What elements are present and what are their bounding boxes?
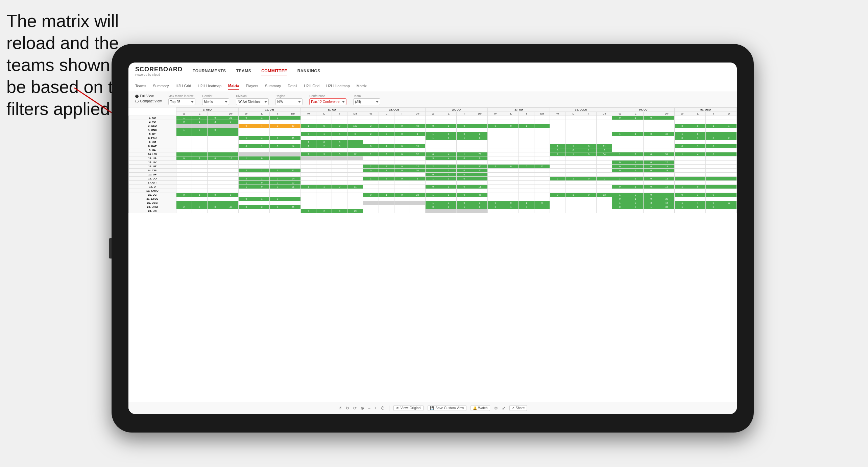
full-view-radio[interactable]: [135, 95, 139, 98]
sub-l-9: L: [690, 112, 705, 116]
conference-select[interactable]: Pac-12 Conference (All) SEC ACC Big Ten: [309, 98, 346, 105]
watch-label: Watch: [478, 406, 488, 410]
matrix-cell: 0: [456, 185, 472, 189]
matrix-cell: [612, 140, 628, 144]
gender-select[interactable]: Men's Women's: [202, 98, 229, 105]
refresh-icon[interactable]: ⟳: [353, 406, 357, 411]
matrix-cell: [690, 156, 705, 161]
matrix-cell: [270, 201, 285, 205]
matrix-cell: [207, 177, 223, 181]
matrix-cell: [550, 124, 565, 128]
matrix-cell: [254, 120, 270, 124]
matrix-cell: 2: [316, 144, 332, 148]
matrix-cell: [597, 205, 612, 209]
region-select[interactable]: N/A East West South Midwest: [275, 98, 303, 105]
matrix-cell: [581, 116, 597, 120]
matrix-cell: [270, 152, 285, 156]
share-btn[interactable]: ↗ Share: [509, 405, 527, 411]
matrix-cell: [487, 193, 503, 197]
compact-view-option[interactable]: Compact View: [135, 99, 162, 103]
matrix-cell: [674, 165, 690, 169]
sub-nav-matrix[interactable]: Matrix: [228, 82, 239, 90]
plus-icon[interactable]: +: [375, 406, 377, 411]
matrix-cell: 2: [628, 152, 643, 156]
sub-nav-summary[interactable]: Summary: [153, 82, 169, 89]
matrix-cell: [534, 156, 550, 161]
matrix-cell: 0: [643, 169, 659, 173]
matrix-cell: 2: [487, 165, 503, 169]
matrix-cell: [503, 173, 519, 177]
sub-nav-h2h-grid[interactable]: H2H Grid: [175, 82, 191, 89]
matrix-cell: [394, 116, 410, 120]
matrix-cell: 1: [612, 193, 628, 197]
nav-tournaments[interactable]: TOURNAMENTS: [193, 67, 226, 75]
row-label: 2. VU: [129, 120, 176, 124]
matrix-cell: 26: [472, 169, 487, 173]
sub-nav-summary2[interactable]: Summary: [265, 82, 281, 89]
sub-nav-teams[interactable]: Teams: [135, 82, 146, 89]
nav-committee[interactable]: COMMITTEE: [261, 67, 287, 75]
matrix-cell: [379, 136, 394, 140]
matrix-cell: [254, 140, 270, 144]
matrix-cell: [659, 124, 674, 128]
matrix-cell: [705, 197, 721, 201]
row-label: 12. UV: [129, 161, 176, 165]
matrix-cell: [690, 169, 705, 173]
matrix-cell: 1: [441, 136, 456, 140]
matrix-cell: [721, 161, 737, 165]
save-custom-btn[interactable]: 💾 Save Custom View: [428, 405, 466, 411]
matrix-area[interactable]: 3. ASU 10. UW 11. UA 22. UCB 24. UO 27. …: [128, 107, 737, 402]
timer-icon[interactable]: ⏱: [381, 406, 385, 411]
matrix-cell: [721, 148, 737, 152]
matrix-cell: [721, 128, 737, 132]
matrix-cell: [519, 152, 534, 156]
settings-icon[interactable]: ⚙: [494, 406, 498, 411]
expand-icon[interactable]: ⤢: [502, 406, 505, 411]
matrix-cell: [597, 169, 612, 173]
team-select[interactable]: (All): [353, 98, 380, 105]
matrix-cell: 36: [472, 165, 487, 169]
nav-rankings[interactable]: RANKINGS: [297, 67, 320, 75]
view-original-btn[interactable]: 👁 View: Original: [393, 405, 424, 411]
division-select[interactable]: NCAA Division I NCAA Division II NCAA Di…: [236, 98, 269, 105]
undo-icon[interactable]: ↺: [338, 406, 342, 411]
matrix-cell: [519, 140, 534, 144]
matrix-cell: [581, 201, 597, 205]
matrix-cell: [472, 140, 487, 144]
sub-d-6: Dif: [534, 112, 550, 116]
watch-btn[interactable]: 🔔 Watch: [471, 405, 490, 411]
matrix-cell: 38: [659, 197, 674, 201]
sub-nav-detail[interactable]: Detail: [288, 82, 297, 89]
nav-teams[interactable]: TEAMS: [236, 67, 251, 75]
matrix-cell: [301, 165, 316, 169]
matrix-cell: [347, 197, 363, 201]
sub-nav-matrix2[interactable]: Matrix: [357, 82, 367, 89]
matrix-cell: [270, 148, 285, 152]
matrix-cell: [550, 181, 565, 185]
matrix-cell: 0: [472, 136, 487, 140]
redo-icon[interactable]: ↻: [346, 406, 349, 411]
matrix-cell: [565, 132, 581, 136]
matrix-cell: [519, 193, 534, 197]
sub-nav-h2h-heatmap[interactable]: H2H Heatmap: [198, 82, 221, 89]
matrix-cell: [472, 124, 487, 128]
sub-nav-h2h-heatmap2[interactable]: H2H Heatmap: [326, 82, 350, 89]
matrix-cell: [363, 201, 379, 205]
matrix-cell: [285, 209, 301, 213]
minus-icon[interactable]: −: [368, 406, 370, 411]
tablet-device: SCOREBOARD Powered by clippd TOURNAMENTS…: [112, 44, 754, 433]
sub-nav-h2h-grid2[interactable]: H2H Grid: [304, 82, 319, 89]
table-row: 18. U1001111011010110101310: [129, 185, 737, 189]
matrix-cell: [379, 189, 394, 193]
matrix-cell: 2: [472, 132, 487, 136]
max-teams-select[interactable]: Top 25 Top 10 Top 50 All: [168, 98, 195, 105]
compact-view-radio[interactable]: [135, 100, 139, 103]
matrix-cell: 1: [643, 205, 659, 209]
matrix-cell: 0: [503, 124, 519, 128]
sub-nav-players[interactable]: Players: [246, 82, 258, 89]
full-view-option[interactable]: Full View: [135, 94, 162, 98]
zoom-icon[interactable]: ⊕: [361, 406, 364, 411]
matrix-cell: [581, 169, 597, 173]
matrix-cell: 0: [425, 124, 441, 128]
matrix-cell: [238, 201, 254, 205]
